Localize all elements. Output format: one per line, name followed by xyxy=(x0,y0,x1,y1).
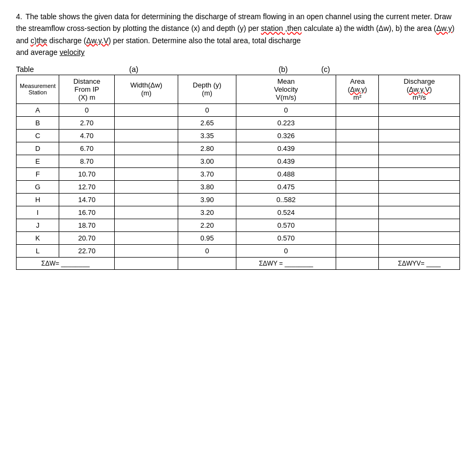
distance-cell: 6.70 xyxy=(59,142,115,155)
table-row: J18.702.200.570 xyxy=(17,219,460,231)
sum-w-label: ΣΔW= xyxy=(41,260,59,267)
area-cell xyxy=(336,155,379,167)
station-cell: H xyxy=(17,193,59,206)
discharge-cell xyxy=(379,129,460,142)
section-label-spacer2 xyxy=(215,65,279,74)
depth-cell: 0.95 xyxy=(178,231,236,244)
velocity-cell: 0.488 xyxy=(236,167,336,180)
discharge-cell xyxy=(379,142,460,155)
area-cell xyxy=(336,193,379,206)
depth-cell: 3.90 xyxy=(178,193,236,206)
station-cell: J xyxy=(17,219,59,231)
velocity-cell: 0.326 xyxy=(236,129,336,142)
width-cell xyxy=(115,193,178,206)
sum-awy-cell: ΣΔWY = ________ xyxy=(236,257,336,269)
section-label-a: (a) xyxy=(129,65,215,74)
question-text: 4. The table shows the given data for de… xyxy=(16,11,460,59)
header-velocity: MeanVelocityV(m/s) xyxy=(236,75,336,103)
discharge-cell xyxy=(379,167,460,180)
underlined-dwy: Δw.y xyxy=(437,24,453,33)
discharge-cell xyxy=(379,116,460,129)
distance-cell: 22.70 xyxy=(59,244,115,257)
header-area: Area(Δw.y)m² xyxy=(336,75,379,103)
sum-awyv-blank: ____ xyxy=(426,260,441,267)
distance-cell: 4.70 xyxy=(59,129,115,142)
discharge-cell xyxy=(379,193,460,206)
velocity-cell: 0 xyxy=(236,103,336,116)
area-cell xyxy=(336,219,379,231)
station-cell: L xyxy=(17,244,59,257)
underlined-cthe: c)the xyxy=(30,36,47,45)
data-table: MeasurementStation DistanceFrom IP(X) m … xyxy=(16,75,460,270)
table-row: L22.7000 xyxy=(17,244,460,257)
width-cell xyxy=(115,142,178,155)
discharge-cell xyxy=(379,231,460,244)
discharge-cell xyxy=(379,180,460,193)
question-number: 4. xyxy=(16,11,22,22)
depth-cell: 2.65 xyxy=(178,116,236,129)
sum-empty-depth xyxy=(178,257,236,269)
table-row: K20.700.950.570 xyxy=(17,231,460,244)
table-label: Table xyxy=(16,65,97,74)
distance-cell: 8.70 xyxy=(59,155,115,167)
station-cell: F xyxy=(17,167,59,180)
sum-awyv-cell: ΣΔWYV= ____ xyxy=(379,257,460,269)
width-cell xyxy=(115,206,178,219)
summary-row: ΣΔW= ________ ΣΔWY = ________ ΣΔWYV= ___… xyxy=(17,257,460,269)
section-label-c: (c) xyxy=(321,65,364,74)
discharge-cell xyxy=(379,103,460,116)
table-row: H14.703.900..582 xyxy=(17,193,460,206)
area-cell xyxy=(336,116,379,129)
velocity-cell: 0.475 xyxy=(236,180,336,193)
distance-cell: 14.70 xyxy=(59,193,115,206)
question-body: The table shows the given data for deter… xyxy=(16,12,455,57)
table-row: A000 xyxy=(17,103,460,116)
distance-cell: 18.70 xyxy=(59,219,115,231)
header-discharge: Discharge(Δw.y.V)m³/s xyxy=(379,75,460,103)
area-cell xyxy=(336,180,379,193)
header-distance: DistanceFrom IP(X) m xyxy=(59,75,115,103)
sum-empty-area xyxy=(336,257,379,269)
velocity-cell: 0.439 xyxy=(236,142,336,155)
distance-cell: 10.70 xyxy=(59,167,115,180)
depth-cell: 3.20 xyxy=(178,206,236,219)
depth-cell: 2.80 xyxy=(178,142,236,155)
depth-cell: 3.80 xyxy=(178,180,236,193)
distance-cell: 16.70 xyxy=(59,206,115,219)
discharge-cell xyxy=(379,155,460,167)
area-cell xyxy=(336,206,379,219)
underlined-dwyv: Δw.y.V xyxy=(86,36,109,45)
station-cell: A xyxy=(17,103,59,116)
velocity-cell: 0.223 xyxy=(236,116,336,129)
sum-awyv-label: ΣΔWYV= xyxy=(398,260,425,267)
width-cell xyxy=(115,219,178,231)
width-cell xyxy=(115,180,178,193)
depth-cell: 3.70 xyxy=(178,167,236,180)
station-cell: C xyxy=(17,129,59,142)
width-cell xyxy=(115,116,178,129)
discharge-cell xyxy=(379,219,460,231)
station-cell: D xyxy=(17,142,59,155)
sum-awy-label: ΣΔWY = xyxy=(259,260,283,267)
station-cell: K xyxy=(17,231,59,244)
velocity-cell: 0.524 xyxy=(236,206,336,219)
width-cell xyxy=(115,167,178,180)
table-row: I16.703.200.524 xyxy=(17,206,460,219)
area-cell xyxy=(336,142,379,155)
table-row: F10.703.700.488 xyxy=(17,167,460,180)
table-row: B2.702.650.223 xyxy=(17,116,460,129)
distance-cell: 0 xyxy=(59,103,115,116)
width-cell xyxy=(115,103,178,116)
width-cell xyxy=(115,155,178,167)
depth-cell: 2.20 xyxy=(178,219,236,231)
depth-cell: 0 xyxy=(178,103,236,116)
sum-w-cell: ΣΔW= ________ xyxy=(17,257,115,269)
header-width: Width(Δw)(m) xyxy=(115,75,178,103)
header-measurement-station: MeasurementStation xyxy=(17,75,59,103)
sum-empty-width xyxy=(115,257,178,269)
station-cell: I xyxy=(17,206,59,219)
area-cell xyxy=(336,129,379,142)
width-cell xyxy=(115,244,178,257)
header-depth: Depth (y)(m) xyxy=(178,75,236,103)
sum-awy-blank: ________ xyxy=(284,260,313,267)
